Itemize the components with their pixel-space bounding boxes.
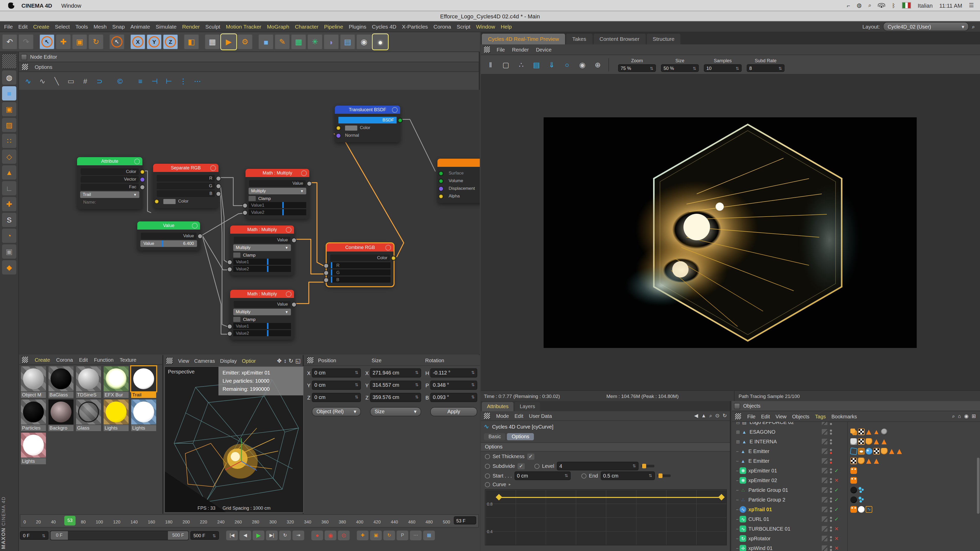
port-color-out[interactable] xyxy=(140,170,145,174)
toolbar-button[interactable]: ✎ xyxy=(275,34,290,49)
toolbar-button[interactable]: ◧ xyxy=(184,34,199,49)
menu-item[interactable]: Motion Tracker xyxy=(226,24,261,30)
material-item[interactable]: Glass xyxy=(75,400,102,431)
attributes-toolbar-icon[interactable]: ▲ xyxy=(701,413,706,419)
port-surface-in[interactable] xyxy=(439,171,443,175)
object-tag-icon[interactable] xyxy=(850,506,857,513)
start-input[interactable]: 0 cm⇅ xyxy=(514,472,571,480)
object-tag-icon[interactable] xyxy=(858,487,865,493)
layer-chip[interactable] xyxy=(822,526,827,532)
apple-menu-icon[interactable] xyxy=(8,2,14,8)
object-tag-icon[interactable] xyxy=(865,448,872,454)
object-row[interactable]: − ✢ xpWind 01 ✕ xyxy=(732,543,980,551)
layer-chip[interactable] xyxy=(822,458,827,464)
preview-tool-button[interactable]: ▢ xyxy=(499,58,512,71)
bluetooth-icon[interactable]: ᛒ xyxy=(892,2,895,8)
object-row[interactable]: − ∴ Particle Group 01 ✓ xyxy=(732,485,980,495)
node-attribute[interactable]: Attribute Color Vector Fac Trail▼ Name: xyxy=(77,157,142,209)
object-row[interactable]: − ∿ TURBOLENCE 01 ✕ xyxy=(732,524,980,534)
material-thumbnail[interactable] xyxy=(131,400,156,424)
value-slider[interactable]: Value6.400 xyxy=(140,240,197,247)
menu-item[interactable]: Mesh xyxy=(94,24,107,30)
port-volume-in[interactable] xyxy=(439,179,443,183)
material-item[interactable]: EFX Bur xyxy=(103,366,130,398)
toolbar-button[interactable]: ↖ xyxy=(39,34,55,49)
objects-menu-item[interactable]: Edit xyxy=(761,413,770,419)
preview-tool-button[interactable]: ◉ xyxy=(576,58,589,71)
timeline-ruler[interactable]: 0204060801001201401601802002202402602803… xyxy=(20,514,479,527)
material-menu-item[interactable]: Edit xyxy=(79,357,88,362)
tree-expand-icon[interactable]: ⊟ xyxy=(736,422,740,425)
object-tag-icon[interactable] xyxy=(850,467,857,474)
object-tag-icon[interactable] xyxy=(858,496,865,503)
object-name[interactable]: Particle Group 01 xyxy=(749,487,788,493)
tag-list[interactable] xyxy=(850,487,865,493)
preview-menu-item[interactable]: Render xyxy=(512,47,529,52)
port-value1-in[interactable] xyxy=(243,203,247,207)
setting-input[interactable]: 8⇅ xyxy=(747,64,784,72)
set-thickness-checkbox[interactable]: ✓ xyxy=(527,453,534,459)
viewport-menu-item[interactable]: Display xyxy=(220,358,237,364)
tree-expand-icon[interactable]: − xyxy=(736,487,739,492)
transport-button[interactable]: ▶ xyxy=(253,530,264,540)
wifi-icon[interactable] xyxy=(878,3,885,8)
toolbar-button[interactable]: ↶ xyxy=(2,34,18,49)
toolbar-button[interactable]: ▦ xyxy=(291,34,306,49)
rotation-input[interactable]: -0.112 °⇅ xyxy=(430,368,477,378)
port-alpha-in[interactable] xyxy=(439,194,443,198)
layer-chip[interactable] xyxy=(822,468,827,473)
visibility-dots[interactable] xyxy=(830,526,832,531)
layer-chip[interactable] xyxy=(822,478,827,483)
menu-item[interactable]: MoGraph xyxy=(267,24,290,30)
object-tag-icon[interactable] xyxy=(858,506,865,513)
toolbar-button[interactable]: X xyxy=(130,34,145,49)
object-name[interactable]: TURBOLENCE 01 xyxy=(749,526,791,532)
material-thumbnail[interactable] xyxy=(48,400,73,424)
layer-chip[interactable] xyxy=(822,536,827,541)
mission-control-icon[interactable]: ⌐ xyxy=(847,2,850,8)
object-name[interactable]: Particle Group 2 xyxy=(749,497,786,503)
port-color-in[interactable] xyxy=(336,126,340,130)
port-value-out[interactable] xyxy=(198,234,202,238)
object-row[interactable]: − ▲ E Emitter xyxy=(732,446,980,456)
node-tool-icon[interactable]: ∿ xyxy=(36,75,48,87)
mode-icon[interactable]: ▲ xyxy=(2,165,16,179)
objects-menu-item[interactable]: Bookmarks xyxy=(832,413,857,419)
tree-expand-icon[interactable]: − xyxy=(736,449,739,454)
material-thumbnail[interactable] xyxy=(76,400,101,424)
object-tag-icon[interactable] xyxy=(858,448,865,454)
rotation-input[interactable]: 0.093 °⇅ xyxy=(430,393,477,402)
setting-input[interactable]: 10⇅ xyxy=(704,64,741,72)
object-row[interactable]: − ❋ xpEmitter 01 ✓ xyxy=(732,466,980,475)
clock[interactable]: 11:11 AM xyxy=(939,2,963,8)
object-row[interactable]: − ∿ CURL 01 ✓ xyxy=(732,514,980,524)
object-tag-icon[interactable] xyxy=(850,477,857,484)
key-dot[interactable] xyxy=(485,473,490,478)
math-mode-dropdown[interactable]: Multiply▼ xyxy=(233,245,291,251)
node-canvas[interactable]: Attribute Color Vector Fac Trail▼ Name: … xyxy=(19,90,480,354)
material-item[interactable]: TDSineS xyxy=(75,366,102,398)
transport-button[interactable]: ⇥ xyxy=(293,530,304,540)
viewport-menu-item[interactable]: Cameras xyxy=(194,358,215,364)
menu-item[interactable]: Tools xyxy=(75,24,88,30)
mode-icon[interactable]: S xyxy=(2,213,16,227)
node-math-multiply-1[interactable]: Math : Multiply Value Multiply▼ Clamp Va… xyxy=(245,169,309,219)
menu-item[interactable]: X-Particles xyxy=(402,24,428,30)
apply-button[interactable]: Apply xyxy=(430,407,477,416)
playhead[interactable]: 53 xyxy=(64,516,76,526)
range-start-field[interactable]: 0 F⇅ xyxy=(20,531,48,540)
object-name[interactable]: CURL 01 xyxy=(749,516,770,522)
record-button[interactable]: ● xyxy=(311,530,323,540)
node-tool-icon[interactable]: ≡ xyxy=(134,75,146,87)
visibility-dots[interactable] xyxy=(830,439,832,444)
layer-chip[interactable] xyxy=(822,497,827,503)
tag-list[interactable] xyxy=(850,457,880,464)
level-input[interactable]: 4⇅ xyxy=(557,462,638,470)
material-thumbnail[interactable] xyxy=(21,400,46,424)
transport-button[interactable]: ↻ xyxy=(279,530,291,540)
node-tool-icon[interactable]: ▭ xyxy=(65,75,77,87)
visibility-dots[interactable] xyxy=(830,449,832,454)
key-dot[interactable] xyxy=(485,464,490,468)
mode-icon[interactable]: ◇ xyxy=(2,149,16,164)
port-b-out[interactable] xyxy=(216,192,221,196)
